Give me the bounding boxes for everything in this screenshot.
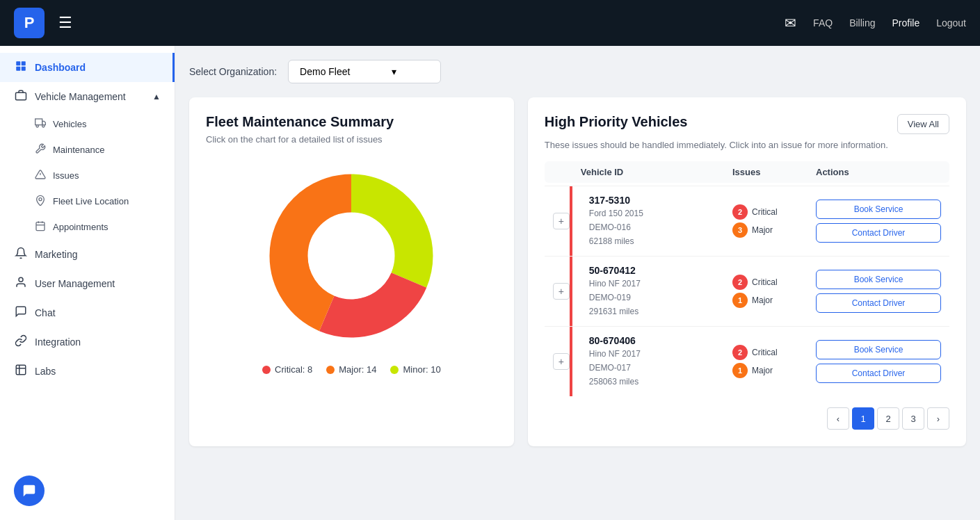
svg-point-11 (39, 198, 42, 201)
vehicle-info: 80-670406 Hino NF 2017 DEMO-017 258063 m… (581, 335, 732, 388)
vehicle-info: 50-670412 Hino NF 2017 DEMO-019 291631 m… (581, 265, 732, 318)
page-1-button[interactable]: 1 (852, 407, 874, 430)
critical-count: 2 (732, 345, 748, 360)
top-navbar: P ☰ ✉ FAQ Billing Profile Logout (0, 0, 980, 46)
sidebar-item-marketing[interactable]: Marketing (0, 240, 175, 269)
col-issues: Issues (732, 167, 816, 177)
nav-logout[interactable]: Logout (936, 17, 966, 29)
sidebar-item-dashboard[interactable]: Dashboard (0, 53, 175, 82)
row-accent-bar (570, 257, 572, 326)
sidebar-item-vehicles[interactable]: Vehicles (0, 111, 175, 137)
sidebar-dashboard-label: Dashboard (35, 62, 86, 73)
sidebar-item-issues[interactable]: Issues (0, 163, 175, 188)
contact-driver-button[interactable]: Contact Driver (816, 223, 941, 243)
sidebar-chat-label: Chat (35, 307, 56, 318)
vehicles-icon (35, 117, 46, 131)
chevron-up-icon: ▲ (152, 92, 161, 101)
vehicle-miles: 291631 miles (589, 305, 732, 318)
vehicle-management-icon (14, 89, 28, 104)
chat-bubble-button[interactable] (14, 476, 45, 506)
dashboard-icon (14, 60, 28, 75)
svg-point-8 (42, 125, 45, 127)
main-content: Select Organization: Demo Fleet ▾ Fleet … (175, 46, 980, 520)
vehicle-demo: DEMO-017 (589, 361, 732, 374)
vehicle-demo: DEMO-019 (589, 291, 732, 304)
sidebar-item-maintenance[interactable]: Maintenance (0, 137, 175, 163)
labs-icon (14, 364, 28, 379)
expand-row-button[interactable]: + (553, 213, 570, 229)
sidebar-item-integration[interactable]: Integration (0, 327, 175, 357)
table-row: + 50-670412 Hino NF 2017 DEMO-019 291631… (545, 256, 949, 326)
next-page-button[interactable]: › (927, 407, 949, 430)
view-all-button[interactable]: View All (897, 114, 949, 134)
sidebar-item-chat[interactable]: Chat (0, 298, 175, 327)
page-3-button[interactable]: 3 (902, 407, 924, 430)
svg-marker-6 (42, 121, 46, 124)
hp-subtitle: These issues should be handled immediate… (545, 140, 949, 150)
critical-badge: 2 Critical (732, 275, 778, 290)
book-service-button[interactable]: Book Service (816, 340, 941, 359)
nav-faq[interactable]: FAQ (813, 17, 833, 29)
nav-billing[interactable]: Billing (849, 17, 875, 29)
critical-count: 2 (732, 275, 748, 290)
actions-column: Book Service Contact Driver (816, 270, 941, 313)
topnav-right: ✉ FAQ Billing Profile Logout (785, 15, 966, 31)
row-accent-bar (570, 186, 572, 256)
dashboard-grid: Fleet Maintenance Summary Click on the c… (189, 97, 966, 446)
org-selector: Select Organization: Demo Fleet ▾ (189, 60, 966, 83)
sidebar-item-labs[interactable]: Labs (0, 357, 175, 386)
org-label: Select Organization: (189, 66, 277, 77)
user-management-icon (14, 276, 28, 291)
main-layout: Dashboard Vehicle Management ▲ Vehicles … (0, 46, 980, 520)
major-text: Major (752, 295, 773, 305)
major-badge: 3 Major (732, 222, 773, 238)
major-text: Major (752, 225, 773, 235)
critical-text: Critical (752, 348, 778, 357)
svg-rect-0 (16, 61, 20, 65)
prev-page-button[interactable]: ‹ (827, 407, 849, 430)
logo[interactable]: P (14, 8, 45, 38)
legend-minor: Minor: 10 (390, 364, 440, 375)
major-count: 1 (732, 293, 748, 308)
expand-row-button[interactable]: + (553, 353, 570, 370)
fleet-maintenance-subtitle: Click on the chart for a detailed list o… (206, 134, 497, 145)
nav-profile[interactable]: Profile (892, 17, 919, 29)
contact-driver-button[interactable]: Contact Driver (816, 364, 941, 383)
hp-card-header: High Priority Vehicles View All (545, 114, 949, 134)
org-dropdown[interactable]: Demo Fleet ▾ (288, 60, 441, 83)
svg-rect-5 (35, 119, 42, 125)
svg-rect-4 (16, 92, 26, 100)
marketing-icon (14, 247, 28, 262)
sidebar: Dashboard Vehicle Management ▲ Vehicles … (0, 46, 175, 520)
issues-column: 2 Critical 3 Major (732, 204, 816, 238)
page-2-button[interactable]: 2 (877, 407, 899, 430)
svg-point-20 (308, 213, 394, 299)
donut-chart[interactable] (206, 159, 497, 353)
actions-column: Book Service Contact Driver (816, 340, 941, 383)
col-vehicle-id: Vehicle ID (581, 167, 732, 177)
vehicle-demo: DEMO-016 (589, 221, 732, 234)
legend-critical: Critical: 8 (262, 364, 312, 375)
contact-driver-button[interactable]: Contact Driver (816, 293, 941, 313)
sidebar-item-appointments[interactable]: Appointments (0, 214, 175, 240)
high-priority-card: High Priority Vehicles View All These is… (528, 97, 966, 446)
sidebar-item-vehicle-management[interactable]: Vehicle Management ▲ (0, 82, 175, 111)
major-dot (326, 366, 335, 374)
major-badge: 1 Major (732, 293, 773, 308)
legend-major: Major: 14 (326, 364, 376, 375)
hamburger-menu[interactable]: ☰ (58, 14, 72, 32)
fleet-maintenance-card: Fleet Maintenance Summary Click on the c… (189, 97, 514, 446)
book-service-button[interactable]: Book Service (816, 200, 941, 219)
topnav-left: P ☰ (14, 8, 72, 38)
mail-icon[interactable]: ✉ (785, 15, 796, 31)
expand-row-button[interactable]: + (553, 283, 570, 300)
book-service-button[interactable]: Book Service (816, 270, 941, 289)
major-badge: 1 Major (732, 363, 773, 378)
critical-count: 2 (732, 204, 748, 220)
sidebar-item-fleet-live[interactable]: Fleet Live Location (0, 188, 175, 214)
sidebar-item-user-management[interactable]: User Management (0, 269, 175, 298)
org-selected-value: Demo Fleet (300, 66, 350, 77)
pagination: ‹ 1 2 3 › (545, 407, 949, 430)
svg-rect-2 (16, 67, 20, 71)
sidebar-appointments-label: Appointments (53, 222, 109, 232)
